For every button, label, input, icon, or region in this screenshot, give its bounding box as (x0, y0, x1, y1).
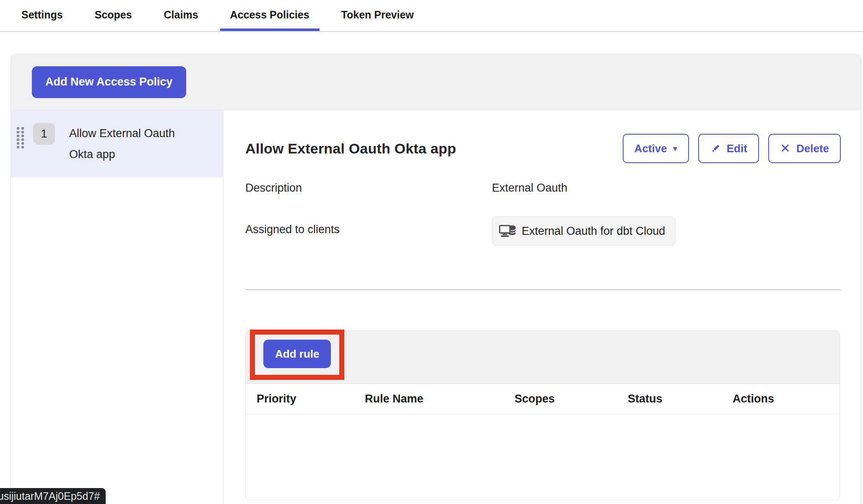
policy-body: 1 Allow External Oauth Okta app Allow Ex… (11, 110, 861, 504)
policy-actions: Active ▾ Edit (623, 134, 841, 163)
link-preview-tooltip: usijiutarM7Aj0Ep5d7# (0, 488, 106, 504)
policy-title: Allow External Oauth Okta app (245, 140, 456, 157)
policy-detail-pane: Allow External Oauth Okta app Active ▾ (224, 110, 861, 504)
policy-list: 1 Allow External Oauth Okta app (11, 110, 224, 504)
client-chip-label: External Oauth for dbt Cloud (522, 225, 665, 238)
section-divider (245, 289, 841, 290)
link-preview-text: usijiutarM7Aj0Ep5d7# (1, 490, 100, 502)
tab-token-preview[interactable]: Token Preview (331, 0, 424, 31)
rules-table-header: Priority Rule Name Scopes Status Actions (246, 384, 840, 414)
assigned-clients-row: Assigned to clients Externa (245, 216, 841, 246)
policy-toolbar: Add New Access Policy (11, 54, 861, 110)
client-app-icon (499, 224, 517, 238)
column-header-priority: Priority (257, 392, 365, 405)
rules-table-body (246, 414, 840, 500)
pencil-icon (710, 143, 721, 154)
description-row: Description External Oauth (245, 182, 841, 195)
description-value: External Oauth (492, 182, 567, 195)
rules-panel: Add rule Priority Rule Name Scopes Statu… (245, 330, 840, 500)
active-status-button[interactable]: Active ▾ (623, 134, 689, 163)
edit-button[interactable]: Edit (698, 134, 759, 163)
tab-claims[interactable]: Claims (154, 0, 208, 31)
annotation-highlight-box: Add rule (250, 330, 344, 380)
delete-button-label: Delete (796, 142, 829, 155)
delete-button[interactable]: ✕ Delete (768, 134, 841, 163)
description-label: Description (245, 182, 492, 195)
policy-priority-badge: 1 (33, 123, 55, 145)
drag-handle-icon[interactable] (17, 127, 24, 148)
tab-settings[interactable]: Settings (11, 0, 73, 31)
rules-toolbar: Add rule (246, 331, 840, 384)
column-header-rule-name: Rule Name (365, 392, 515, 405)
tab-bar: Settings Scopes Claims Access Policies T… (0, 0, 863, 32)
active-status-label: Active (634, 142, 667, 155)
access-policies-panel: Add New Access Policy 1 Allow External O… (10, 54, 861, 504)
chevron-down-icon: ▾ (673, 144, 677, 153)
column-header-status: Status (628, 392, 733, 405)
client-chip[interactable]: External Oauth for dbt Cloud (492, 216, 676, 246)
add-rule-button[interactable]: Add rule (263, 340, 331, 368)
policy-name-label: Allow External Oauth Okta app (69, 123, 195, 165)
assigned-clients-label: Assigned to clients (245, 216, 492, 236)
policy-list-item-selected[interactable]: 1 Allow External Oauth Okta app (11, 110, 223, 177)
access-policies-page: Settings Scopes Claims Access Policies T… (0, 0, 863, 504)
column-header-scopes: Scopes (515, 392, 628, 405)
tab-access-policies[interactable]: Access Policies (220, 0, 320, 31)
policy-detail-header: Allow External Oauth Okta app Active ▾ (245, 134, 841, 163)
x-icon: ✕ (780, 142, 790, 155)
add-new-access-policy-button[interactable]: Add New Access Policy (32, 66, 186, 98)
tab-scopes[interactable]: Scopes (85, 0, 142, 31)
column-header-actions: Actions (733, 392, 840, 405)
edit-button-label: Edit (727, 142, 747, 155)
